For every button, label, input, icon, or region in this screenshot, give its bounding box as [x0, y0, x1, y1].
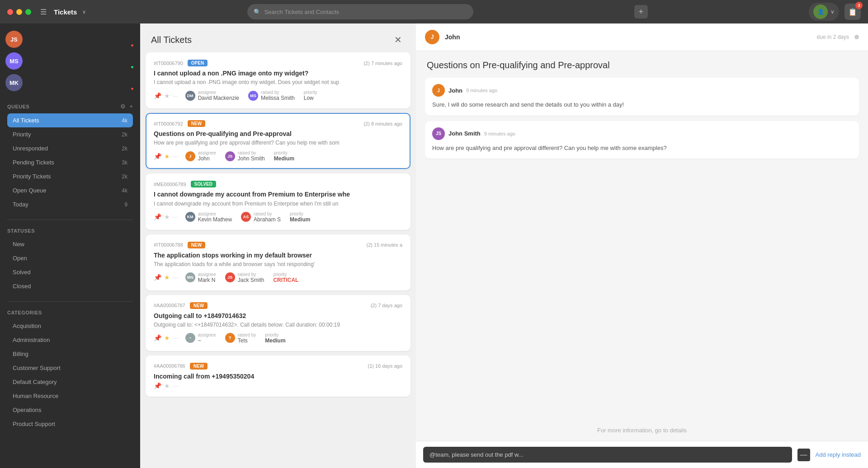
title-dropdown-icon[interactable]: ∨ — [82, 9, 86, 15]
sidebar-item-category[interactable]: Acquisition — [7, 319, 133, 333]
search-bar[interactable]: 🔍 — [247, 4, 473, 19]
add-reply-button[interactable]: Add reply instead — [816, 451, 861, 458]
statuses-list: NewOpenSolvedClosed — [7, 237, 133, 293]
sidebar-item-category[interactable]: Customer Support — [7, 361, 133, 375]
user-avatar-ms[interactable]: MS — [5, 52, 23, 70]
ticket-card[interactable]: #IT00006788 NEW (2) 15 minutes a The app… — [146, 234, 410, 290]
user-avatar-mk[interactable]: MK — [5, 74, 23, 91]
detail-user-avatar: J — [425, 30, 439, 44]
minimize-reply-button[interactable]: — — [797, 449, 810, 461]
sidebar-item-label: All Tickets — [13, 117, 122, 124]
ticket-footer: 📌 ★ ··· — [154, 382, 402, 389]
sidebar-item-category[interactable]: Billing — [7, 347, 133, 361]
ticket-preview: I cannot upload a non .PNG image onto my… — [154, 79, 402, 85]
sidebar-item-queue[interactable]: Unresponded2k — [7, 141, 133, 155]
queues-add-icon[interactable]: + — [129, 103, 133, 110]
priority-label: priority — [273, 272, 298, 277]
pin-icon[interactable]: 📌 — [154, 92, 161, 99]
sidebar-item-queue[interactable]: Today9 — [7, 197, 133, 211]
star-icon[interactable]: ★ — [164, 92, 170, 99]
ticket-card[interactable]: #AA00006787 NEW (2) 7 days ago Outgoing … — [146, 295, 410, 351]
sidebar-user-mk[interactable]: MK — [5, 74, 135, 91]
search-input[interactable] — [264, 9, 467, 15]
sidebar-item-category[interactable]: Product Support — [7, 417, 133, 431]
assignee-avatar: MN — [185, 272, 195, 282]
close-button[interactable] — [7, 9, 13, 15]
ticket-action-icons: 📌 ★ ··· — [154, 92, 178, 99]
priority-value: Medium — [274, 155, 294, 162]
ticket-meta: ~ assignee ~ T raised by Tets priority — [185, 332, 286, 344]
notification-icon: 📋 — [848, 8, 857, 16]
user-dropdown-arrow[interactable]: ∨ — [830, 9, 835, 15]
sidebar-item-queue[interactable]: Priority Tickets2k — [7, 169, 133, 183]
notifications-button[interactable]: 📋 3 — [844, 4, 861, 20]
sidebar-item-status[interactable]: New — [7, 237, 133, 251]
ticket-title: I cannot upload a non .PNG image onto my… — [154, 69, 402, 77]
detail-link[interactable]: For more information, go to details — [416, 420, 868, 441]
ticket-header-row: #IT00006790 OPEN (2) 7 minutes ago — [154, 60, 402, 66]
ticket-meta: KM assignee Kevin Mathew AS raised by Ab… — [185, 211, 311, 223]
sidebar-item-queue[interactable]: All Tickets4k — [7, 113, 133, 127]
ticket-footer: 📌 ★ ··· ~ assignee ~ T raised by T — [154, 332, 402, 344]
queues-settings-icon[interactable]: ⚙ — [120, 103, 126, 110]
star-icon[interactable]: ★ — [164, 153, 170, 160]
more-icon[interactable]: ··· — [173, 153, 178, 160]
close-panel-button[interactable]: ✕ — [391, 33, 405, 47]
ticket-action-icons: 📌 ★ ··· — [154, 382, 178, 389]
sidebar-item-queue[interactable]: Priority2k — [7, 127, 133, 141]
categories-label: CATEGORIES — [7, 310, 42, 315]
menu-icon[interactable]: ☰ — [40, 8, 47, 16]
sidebar-item-status[interactable]: Open — [7, 251, 133, 265]
ticket-card[interactable]: #AA00006786 NEW (1) 16 days ago Incoming… — [146, 356, 410, 397]
minimize-button[interactable] — [16, 9, 22, 15]
detail-title: Questions on Pre-qualifying and Pre-appr… — [416, 51, 868, 78]
sidebar-item-label: Operations — [13, 407, 127, 413]
more-icon[interactable]: ··· — [173, 213, 178, 220]
star-icon[interactable]: ★ — [164, 213, 170, 220]
more-icon[interactable]: ··· — [173, 382, 178, 389]
ticket-badge: NEW — [188, 242, 205, 248]
maximize-button[interactable] — [25, 9, 31, 15]
assignee-value: John — [198, 155, 216, 162]
pin-icon[interactable]: 📌 — [154, 213, 161, 220]
ticket-time: (2) 7 days ago — [371, 303, 402, 308]
priority-label: priority — [304, 90, 317, 95]
more-icon[interactable]: ··· — [173, 92, 178, 99]
raised-group: MS raised by Melissa Smith — [248, 90, 295, 101]
reply-input-area[interactable]: @team, please send out the pdf w... — [423, 447, 792, 463]
star-icon[interactable]: ★ — [164, 274, 170, 281]
sidebar-item-status[interactable]: Closed — [7, 279, 133, 293]
sidebar-item-queue[interactable]: Pending Tickets3k — [7, 155, 133, 169]
sidebar-user-ms[interactable]: MS — [5, 52, 135, 70]
sidebar-item-status[interactable]: Solved — [7, 265, 133, 279]
sidebar-item-category[interactable]: Human Resource — [7, 389, 133, 403]
priority-value: Low — [304, 95, 317, 101]
messages-area: J John 9 minutes ago Sure, I will do som… — [416, 78, 868, 420]
sidebar-item-queue[interactable]: Open Queue4k — [7, 183, 133, 197]
sidebar-item-category[interactable]: Operations — [7, 403, 133, 417]
sidebar-item-category[interactable]: Default Category — [7, 375, 133, 389]
add-ticket-button[interactable]: + — [634, 5, 648, 19]
ticket-title: The application stops working in my defa… — [154, 251, 402, 259]
message-text: How are pre qualifying and pre approval … — [432, 144, 852, 153]
star-icon[interactable]: ★ — [164, 382, 170, 389]
ticket-card[interactable]: #ME00006789 SOLVED I cannot downgrade my… — [146, 173, 410, 229]
user-avatar-js[interactable]: JS — [5, 31, 23, 48]
pin-icon[interactable]: 📌 — [154, 274, 161, 281]
message-avatar: J — [432, 84, 445, 97]
star-icon[interactable]: ★ — [164, 334, 170, 342]
ticket-header-row: #IT00006788 NEW (2) 15 minutes a — [154, 242, 402, 248]
pin-icon[interactable]: 📌 — [154, 334, 161, 342]
pin-icon[interactable]: 📌 — [154, 153, 161, 160]
ticket-card[interactable]: #IT00006790 OPEN (2) 7 minutes ago I can… — [146, 52, 410, 108]
sidebar-divider-2 — [7, 301, 133, 302]
pin-icon[interactable]: 📌 — [154, 382, 161, 389]
user-avatar-header[interactable]: 👤 — [813, 5, 828, 19]
sidebar-item-category[interactable]: Administration — [7, 333, 133, 347]
more-icon[interactable]: ··· — [173, 334, 178, 342]
sidebar-user-js[interactable]: JS — [5, 31, 135, 48]
ticket-card[interactable]: #IT00006792 NEW (2) 8 minutes ago Questi… — [146, 113, 410, 169]
assignee-avatar: DM — [185, 91, 195, 101]
more-icon[interactable]: ··· — [173, 274, 178, 281]
raised-avatar: AS — [241, 212, 251, 222]
